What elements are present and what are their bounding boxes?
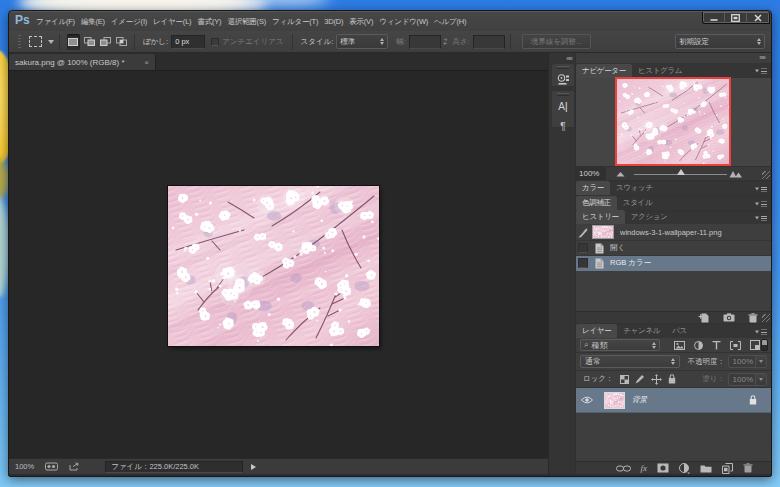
expand-dock-icon[interactable]: »» [759, 54, 765, 61]
add-layer-mask-icon[interactable] [657, 463, 669, 473]
file-size-status[interactable]: ファイル：225.0K/225.0K [105, 461, 243, 473]
panel-menu-icon[interactable] [755, 329, 767, 334]
menu-window[interactable]: ウィンドウ(W) [376, 17, 431, 27]
menu-filter[interactable]: フィルター(T) [269, 17, 321, 27]
history-source-well[interactable] [578, 258, 588, 268]
menu-edit[interactable]: 編集(E) [78, 17, 108, 27]
opacity-combo[interactable]: 100% [728, 355, 767, 368]
filter-adjustment-layers-icon[interactable] [694, 341, 703, 350]
status-zoom-level[interactable]: 100% [15, 462, 34, 471]
zoom-slider-thumb[interactable] [677, 169, 685, 175]
navigator-zoom-slider[interactable] [634, 174, 727, 175]
lock-all-icon[interactable] [668, 374, 676, 384]
menu-view[interactable]: 表示(V) [346, 17, 376, 27]
height-input[interactable] [473, 35, 505, 49]
maximize-button[interactable] [725, 12, 747, 23]
tab-history[interactable]: ヒストリー [576, 210, 625, 224]
antialias-checkbox[interactable] [211, 38, 219, 46]
lock-pixels-icon[interactable] [635, 374, 645, 384]
new-adjustment-layer-icon[interactable] [679, 463, 690, 474]
panel-menu-icon[interactable] [755, 201, 767, 206]
feather-input[interactable]: 0 px [171, 35, 205, 49]
fill-dropdown-icon[interactable] [755, 374, 766, 385]
history-snapshot-row[interactable]: windows-3-1-wallpaper-11.png [576, 224, 771, 241]
history-brush-source-icon[interactable] [577, 227, 589, 238]
tab-swatches[interactable]: スウォッチ [610, 181, 659, 195]
link-layers-icon[interactable] [616, 465, 631, 472]
zoom-out-icon[interactable] [616, 171, 625, 177]
menu-image[interactable]: イメージ(I) [108, 17, 150, 27]
export-icon[interactable] [69, 462, 80, 471]
swap-dimensions-icon[interactable]: ⇄ [443, 37, 448, 47]
add-to-selection-button[interactable] [83, 34, 96, 50]
intersect-selection-button[interactable] [115, 34, 128, 50]
layer-visibility-eye-icon[interactable] [581, 396, 593, 404]
delete-layer-icon[interactable] [743, 463, 753, 473]
character-panel-icon[interactable]: A| [552, 96, 574, 116]
background-layer-row[interactable]: 背景 [576, 388, 771, 413]
opacity-dropdown-icon[interactable] [755, 356, 766, 367]
tab-histogram[interactable]: ヒストグラム [632, 64, 688, 78]
new-selection-button[interactable] [67, 34, 80, 50]
menu-help[interactable]: ヘルプ(H) [431, 17, 469, 27]
filter-pixel-layers-icon[interactable] [674, 341, 685, 350]
delete-state-icon[interactable] [748, 313, 758, 323]
tab-color[interactable]: カラー [576, 181, 610, 195]
lock-transparent-icon[interactable] [620, 375, 629, 384]
subtract-from-selection-button[interactable] [99, 34, 112, 50]
menu-3d[interactable]: 3D(D) [321, 17, 346, 26]
history-step-open[interactable]: 開く [576, 241, 771, 256]
tab-layers[interactable]: レイヤー [576, 324, 617, 338]
menu-type[interactable]: 書式(Y) [194, 17, 224, 27]
panel-menu-icon[interactable] [755, 186, 767, 191]
style-select[interactable]: 標準 [336, 34, 388, 49]
width-input[interactable] [409, 35, 441, 49]
tab-navigator[interactable]: ナビゲーター [576, 64, 632, 78]
status-popup-arrow-icon[interactable] [251, 464, 256, 470]
panel-menu-icon[interactable] [755, 216, 767, 221]
history-step-rgb[interactable]: RGB カラー [576, 256, 771, 271]
navigator-proxy-view[interactable] [615, 77, 731, 166]
tab-paths[interactable]: パス [666, 324, 693, 338]
paragraph-panel-icon[interactable]: ¶ [552, 116, 574, 136]
canvas-area[interactable] [9, 71, 548, 458]
mini-bridge-icon[interactable] [45, 462, 58, 471]
tab-close-icon[interactable]: × [144, 58, 149, 67]
fill-combo[interactable]: 100% [728, 373, 767, 386]
tab-adjustments[interactable]: 色調補正 [576, 196, 617, 210]
document-tab[interactable]: sakura.png @ 100% (RGB/8) * × [9, 54, 156, 70]
history-source-well[interactable] [578, 243, 588, 253]
layer-thumbnail[interactable] [604, 392, 625, 409]
zoom-in-icon[interactable] [729, 170, 743, 178]
collapse-dock-icon[interactable]: «« [566, 55, 572, 62]
layer-name[interactable]: 背景 [632, 395, 647, 405]
layer-filtering-toggle[interactable] [761, 339, 768, 351]
refine-edge-button[interactable]: 境界線を調整... [522, 34, 591, 49]
tab-channels[interactable]: チャンネル [617, 324, 666, 338]
tool-preset-picker[interactable] [29, 36, 54, 47]
blend-mode-select[interactable]: 通常 [580, 355, 680, 368]
filter-smart-objects-icon[interactable] [750, 340, 760, 350]
layer-style-fx-icon[interactable]: fx [641, 463, 648, 473]
new-group-icon[interactable] [700, 464, 712, 473]
new-document-from-state-icon[interactable] [698, 313, 710, 323]
menu-layer[interactable]: レイヤー(L) [150, 17, 194, 27]
filter-shape-layers-icon[interactable] [730, 341, 741, 350]
workspace-select[interactable]: 初期設定 [675, 34, 765, 49]
filter-type-layers-icon[interactable] [712, 341, 721, 350]
close-button[interactable] [747, 12, 769, 23]
minimize-button[interactable] [703, 12, 725, 23]
new-snapshot-icon[interactable] [723, 313, 735, 322]
tab-actions[interactable]: アクション [625, 210, 674, 224]
snapshot-thumbnail[interactable] [592, 225, 614, 239]
panel-resize-grip[interactable] [762, 171, 770, 179]
navigator-zoom-value[interactable]: 100% [576, 167, 606, 180]
options-bar-grip[interactable] [18, 35, 21, 49]
new-layer-icon[interactable] [722, 463, 733, 474]
menu-select[interactable]: 選択範囲(S) [224, 17, 269, 27]
canvas-image[interactable] [168, 186, 379, 346]
lock-position-icon[interactable] [651, 374, 662, 385]
panel-resize-grip[interactable] [762, 314, 770, 322]
filter-kind-select[interactable]: ⌕ 種類 [580, 339, 660, 351]
menu-file[interactable]: ファイル(F) [33, 17, 78, 27]
